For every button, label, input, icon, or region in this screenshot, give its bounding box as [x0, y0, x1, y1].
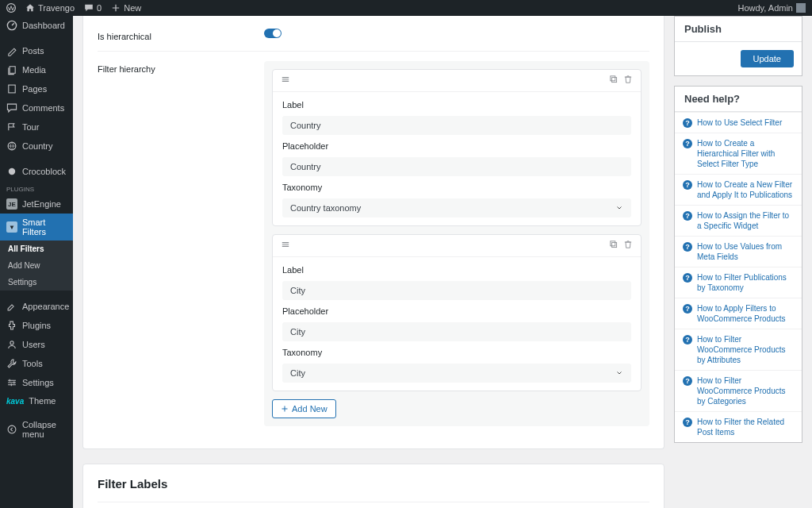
- trash-icon[interactable]: [623, 75, 633, 87]
- add-new-label: Add New: [292, 404, 327, 414]
- sidebar-item-crocoblock[interactable]: Crocoblock: [0, 162, 73, 181]
- svg-rect-8: [611, 76, 615, 81]
- label-input[interactable]: [282, 281, 631, 300]
- field-label: Placeholder: [282, 141, 631, 151]
- comments-link[interactable]: 0: [84, 3, 102, 13]
- greeting-text: Howdy, Admin: [738, 3, 794, 13]
- field-label: Label: [282, 100, 631, 110]
- help-title: Need help?: [675, 87, 802, 112]
- sidebar-item-country[interactable]: Country: [0, 137, 73, 156]
- field-label: Label: [282, 265, 631, 275]
- field-label: Taxonomy: [282, 183, 631, 192]
- help-icon: ?: [683, 139, 692, 148]
- sidebar-sub-all-filters[interactable]: All Filters: [0, 241, 73, 257]
- wp-logo[interactable]: [6, 3, 16, 13]
- filter-labels-card: Filter Labels Filter Label Active Filter…: [82, 464, 665, 508]
- help-link[interactable]: How to Use Values from Meta Fields: [697, 241, 794, 262]
- svg-rect-10: [611, 241, 615, 246]
- sidebar-item-label: Add New: [8, 261, 40, 270]
- sidebar-item-smart-filters[interactable]: ▼Smart Filters: [0, 214, 73, 241]
- sidebar-item-label: Plugins: [22, 321, 51, 330]
- help-link[interactable]: How to Filter Publications by Taxonomy: [697, 272, 794, 293]
- field-label: Placeholder: [282, 306, 631, 316]
- trash-icon[interactable]: [623, 240, 633, 252]
- sidebar-item-users[interactable]: Users: [0, 335, 73, 354]
- field-label: Taxonomy: [282, 348, 631, 357]
- sidebar-item-label: Posts: [22, 46, 44, 56]
- help-icon: ?: [683, 335, 692, 344]
- help-link[interactable]: How to Filter the Related Post Items: [697, 417, 794, 437]
- help-icon: ?: [683, 242, 692, 252]
- is-hierarchical-label: Is hierarchical: [98, 29, 264, 41]
- help-link[interactable]: How to Create a Hierarchical Filter with…: [697, 138, 794, 169]
- svg-rect-7: [612, 78, 617, 83]
- help-link[interactable]: How to Use Select Filter: [697, 117, 782, 128]
- admin-bar: Travengo 0 New Howdy, Admin: [0, 0, 812, 16]
- sidebar-item-label: Media: [22, 65, 46, 75]
- sidebar-item-label: All Filters: [8, 244, 44, 253]
- help-link[interactable]: How to Create a New Filter and Apply It …: [697, 179, 794, 200]
- sidebar-item-label: Theme: [29, 396, 56, 406]
- publish-title: Publish: [675, 17, 802, 42]
- sidebar-sub-settings[interactable]: Settings: [0, 274, 73, 291]
- sidebar-item-comments[interactable]: Comments: [0, 98, 73, 117]
- site-link[interactable]: Travengo: [25, 3, 75, 13]
- help-icon: ?: [683, 418, 692, 427]
- admin-sidebar: Dashboard Posts Media Pages Comments Tou…: [0, 16, 73, 508]
- hierarchy-repeater: Label Placeholder Taxonomy: [264, 61, 649, 426]
- sidebar-item-dashboard[interactable]: Dashboard: [0, 16, 73, 35]
- is-hierarchical-toggle[interactable]: [264, 29, 282, 38]
- taxonomy-select[interactable]: [282, 198, 631, 217]
- duplicate-icon[interactable]: [609, 240, 619, 252]
- sidebar-item-label: Crocoblock: [22, 167, 66, 176]
- sidebar-item-label: Comments: [22, 103, 64, 113]
- sidebar-item-label: Pages: [22, 84, 47, 94]
- sidebar-sub-add-new[interactable]: Add New: [0, 257, 73, 274]
- jetengine-icon: JE: [6, 198, 17, 210]
- new-label: New: [124, 3, 141, 13]
- avatar: [796, 3, 806, 13]
- site-name: Travengo: [38, 3, 75, 13]
- sidebar-item-settings[interactable]: Settings: [0, 373, 73, 392]
- svg-rect-2: [9, 85, 15, 93]
- sidebar-item-label: Users: [22, 340, 45, 349]
- account-link[interactable]: Howdy, Admin: [738, 3, 806, 13]
- hierarchy-item: Label Placeholder Taxonomy: [272, 69, 642, 226]
- add-hierarchy-button[interactable]: Add New: [272, 399, 336, 418]
- update-button[interactable]: Update: [741, 50, 794, 67]
- sidebar-item-label: Tools: [22, 359, 43, 368]
- svg-point-6: [8, 425, 16, 433]
- sidebar-item-theme[interactable]: kavaTheme: [0, 392, 73, 410]
- sidebar-item-posts[interactable]: Posts: [0, 41, 73, 60]
- help-link[interactable]: How to Filter WooCommerce Products by At…: [697, 334, 794, 365]
- sidebar-item-label: Settings: [22, 378, 54, 387]
- drag-handle-icon[interactable]: [281, 240, 290, 252]
- placeholder-input[interactable]: [282, 157, 631, 176]
- sidebar-item-label: Smart Filters: [22, 217, 67, 237]
- sidebar-item-plugins[interactable]: Plugins: [0, 316, 73, 335]
- help-link[interactable]: How to Filter WooCommerce Products by Ca…: [697, 375, 794, 406]
- smart-filters-icon: ▼: [6, 221, 17, 233]
- drag-handle-icon[interactable]: [281, 75, 290, 87]
- sidebar-item-jetengine[interactable]: JEJetEngine: [0, 194, 73, 214]
- svg-point-5: [10, 341, 13, 344]
- duplicate-icon[interactable]: [609, 75, 619, 87]
- sidebar-item-label: Tour: [22, 122, 39, 132]
- new-link[interactable]: New: [111, 3, 141, 13]
- sidebar-item-tools[interactable]: Tools: [0, 354, 73, 373]
- publish-box: Publish Update: [674, 16, 802, 76]
- help-link[interactable]: How to Apply Filters to WooCommerce Prod…: [697, 303, 794, 324]
- sidebar-item-label: Appearance: [22, 302, 69, 311]
- sidebar-item-appearance[interactable]: Appearance: [0, 297, 73, 316]
- sidebar-submenu: All Filters Add New Settings: [0, 241, 73, 291]
- sidebar-item-tour[interactable]: Tour: [0, 117, 73, 137]
- help-link[interactable]: How to Assign the Filter to a Specific W…: [697, 210, 794, 231]
- placeholder-input[interactable]: [282, 322, 631, 341]
- svg-rect-9: [612, 243, 617, 248]
- label-input[interactable]: [282, 116, 631, 135]
- sidebar-item-label: Country: [22, 141, 53, 151]
- sidebar-item-collapse[interactable]: Collapse menu: [0, 416, 73, 443]
- taxonomy-select[interactable]: [282, 364, 631, 383]
- sidebar-item-pages[interactable]: Pages: [0, 79, 73, 98]
- sidebar-item-media[interactable]: Media: [0, 60, 73, 79]
